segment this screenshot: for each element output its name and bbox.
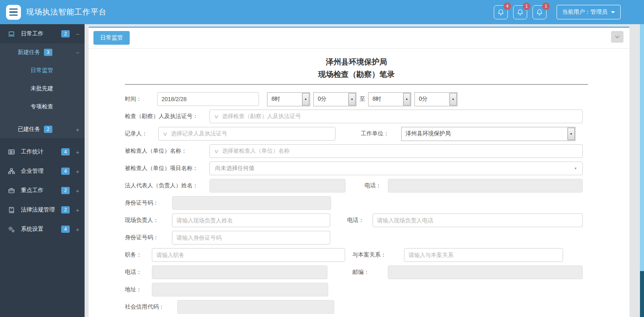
count-badge: 2 [44, 126, 52, 133]
sidebar-item-system-settings[interactable]: 系统设置 4 + [0, 220, 85, 239]
sidebar-item-key-work[interactable]: 重点工作 2 + [0, 181, 85, 200]
tab-daily-supervision[interactable]: 日常监管 [93, 31, 130, 45]
inspected-project-label: 被检查人（单位）项目名称： [125, 165, 205, 172]
inspected-name-picker[interactable]: ∨ 选择被检查人（单位）名称 [209, 144, 583, 158]
bell-icon [497, 8, 505, 16]
site-manager-phone-label: 电话： [347, 217, 367, 224]
gears-icon [8, 226, 16, 233]
legal-rep-name-input [209, 179, 346, 193]
title-divider [125, 84, 588, 85]
sidebar-item-label: 已建任务 [18, 126, 40, 133]
start-minute-select[interactable]: 0分 ▼ [313, 92, 356, 106]
sidebar-item-special-inspection[interactable]: 专项检查 [0, 97, 85, 116]
start-hour-select[interactable]: 8时 ▼ [267, 92, 310, 106]
phone-label: 电话： [125, 269, 148, 276]
notification-bell-button-3[interactable]: 1 [532, 5, 547, 19]
expand-plus-icon[interactable]: + [73, 149, 79, 155]
count-badge: 3 [44, 49, 52, 56]
range-separator: 至 [360, 95, 365, 103]
sidebar-item-daily-work[interactable]: 日常工作 2 − [0, 24, 85, 44]
expand-plus-icon[interactable]: + [73, 126, 79, 133]
expand-plus-icon[interactable]: + [73, 168, 79, 175]
count-badge: 4 [61, 148, 70, 155]
notification-bell-button-2[interactable]: 1 [513, 5, 527, 19]
inspected-name-label: 被检查人（单位）名称： [125, 147, 205, 155]
sidebar-item-label: 工作统计 [21, 148, 43, 155]
legal-rep-phone-input [388, 179, 583, 193]
end-minute-select[interactable]: 0分 ▼ [414, 92, 458, 106]
legal-rep-label: 法人代表人（负责人）姓名： [125, 182, 205, 189]
sidebar-item-label: 专项检查 [31, 103, 53, 110]
count-badge: 4 [61, 226, 70, 233]
legal-rep-id-label: 身份证号码： [125, 199, 168, 207]
site-manager-label: 现场负责人： [125, 217, 168, 224]
notification-badge: 1 [523, 2, 530, 10]
sidebar-item-label: 新建任务 [18, 49, 40, 56]
panel-collapse-button[interactable] [611, 31, 623, 43]
select-arrow-icon: ▼ [302, 93, 309, 106]
notification-bell-button-1[interactable]: 4 [494, 5, 508, 19]
credit-code-label: 社会信用代码： [125, 303, 173, 311]
phone-input [152, 265, 327, 279]
site-manager-id-input[interactable] [172, 231, 330, 244]
caret-down-icon: ▼ [574, 167, 577, 170]
sidebar-item-enterprise-management[interactable]: 企业管理 4 + [0, 162, 85, 181]
site-manager-phone-input[interactable] [373, 213, 583, 227]
work-unit-select[interactable]: 泽州县环境保护局 ▼ [401, 127, 576, 141]
address-label: 地址： [125, 286, 148, 293]
sitemap-icon [8, 168, 16, 175]
count-badge: 4 [61, 168, 70, 175]
collapse-minus-icon[interactable]: − [73, 49, 79, 56]
inspector-picker[interactable]: ∨ 选择检查（勘察）人及执法证号 [209, 110, 583, 123]
work-unit-label: 工作单位： [361, 130, 397, 137]
legal-rep-id-input [172, 196, 331, 210]
inspected-project-select[interactable]: 尚未选择任何值 ▼ [209, 162, 583, 175]
credit-code-input [177, 300, 334, 314]
sidebar-item-label: 企业管理 [21, 168, 43, 175]
inspector-label: 检查（勘察）人及执法证号： [125, 113, 205, 120]
scrollbar-thumb[interactable] [640, 24, 644, 271]
expand-plus-icon[interactable]: + [73, 207, 79, 213]
recorder-picker[interactable]: ∨ 选择记录人及执法证号 [158, 127, 335, 141]
end-hour-select[interactable]: 8时 ▼ [368, 92, 411, 106]
laptop-icon [8, 31, 16, 37]
sidebar-item-work-statistics[interactable]: 工作统计 4 + [0, 142, 85, 162]
expand-plus-icon[interactable]: + [73, 187, 79, 194]
count-badge: 2 [61, 187, 70, 194]
current-user-dropdown[interactable]: 当前用户：管理员 [557, 5, 621, 19]
sidebar-item-built-task[interactable]: 已建任务 2 + [0, 120, 85, 138]
page-scrollbar[interactable] [640, 24, 644, 317]
form-title-line1: 泽州县环境保护局 [125, 56, 588, 68]
count-badge: 2 [61, 30, 70, 37]
zip-input [388, 265, 583, 279]
chevron-down-icon: ∨ [213, 113, 219, 120]
site-manager-input[interactable] [172, 213, 330, 227]
relation-input[interactable] [404, 248, 563, 262]
briefcase-icon [8, 187, 16, 194]
site-manager-id-label: 身份证号码： [125, 234, 168, 241]
sidebar-item-unapproved-construction[interactable]: 未批先建 [0, 79, 85, 97]
sidebar-item-label: 日常工作 [21, 30, 43, 37]
sidebar-item-new-task[interactable]: 新建任务 3 − [0, 44, 85, 61]
date-input[interactable] [157, 92, 259, 106]
current-user-label: 当前用户：管理员 [562, 8, 607, 16]
duty-input[interactable] [152, 248, 345, 262]
bell-icon [536, 8, 543, 16]
bell-icon [516, 8, 524, 16]
statistics-icon [8, 149, 16, 155]
chevron-down-icon [614, 34, 620, 40]
daily-work-submenu: 新建任务 3 − 日常监管 未批先建 专项检查 已建任务 2 + [0, 44, 85, 138]
sidebar-item-daily-supervision[interactable]: 日常监管 [0, 61, 85, 79]
sidebar-item-label: 日常监管 [31, 67, 53, 74]
menu-toggle-button[interactable] [6, 5, 21, 20]
form-title-line2: 现场检查（勘察）笔录 [125, 68, 588, 81]
sidebar-item-laws-regulations[interactable]: 法律法规管理 2 + [0, 200, 85, 220]
collapse-minus-icon[interactable]: − [73, 31, 79, 37]
select-arrow-icon: ▼ [567, 128, 575, 140]
sidebar-nav: 日常工作 2 − 新建任务 3 − 日常监管 未批先建 专项检查 已建任务 2 … [0, 24, 85, 317]
expand-plus-icon[interactable]: + [73, 226, 79, 233]
select-arrow-icon: ▼ [348, 93, 356, 106]
sidebar-item-label: 系统设置 [21, 226, 43, 233]
form-title: 泽州县环境保护局 现场检查（勘察）笔录 [125, 56, 588, 81]
notification-badge: 1 [542, 2, 550, 10]
